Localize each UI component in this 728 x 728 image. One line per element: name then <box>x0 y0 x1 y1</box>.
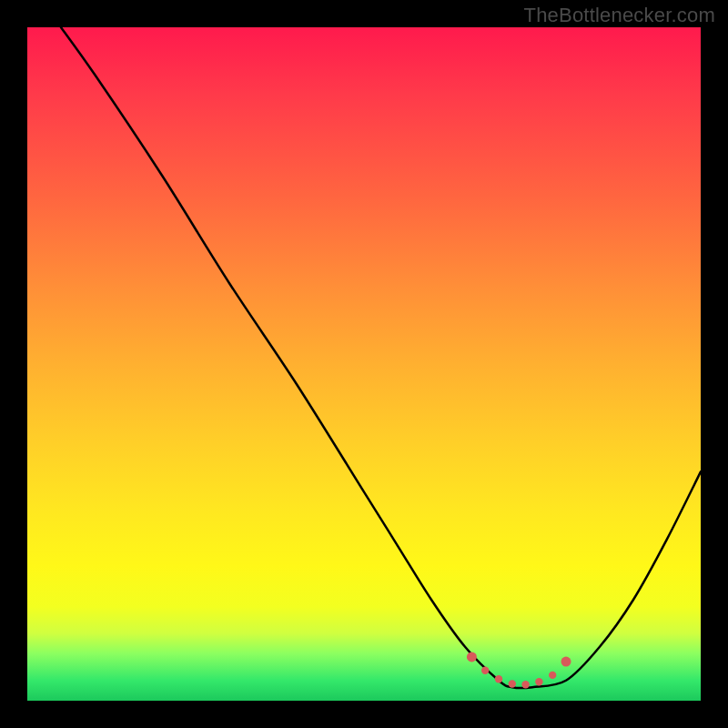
sweet-spot-markers <box>467 652 571 688</box>
chart-frame: TheBottlenecker.com <box>0 0 728 728</box>
attribution-text: TheBottlenecker.com <box>524 4 715 27</box>
sweet-spot-dot <box>467 652 477 662</box>
sweet-spot-dot <box>535 678 542 685</box>
sweet-spot-dot <box>495 675 502 682</box>
chart-svg <box>27 27 701 701</box>
sweet-spot-dot <box>509 680 516 687</box>
sweet-spot-dot <box>521 681 529 688</box>
sweet-spot-dot <box>481 667 489 674</box>
sweet-spot-dot <box>549 672 556 679</box>
bottleneck-curve <box>61 27 701 688</box>
chart-plot-area <box>27 27 701 701</box>
sweet-spot-dot <box>561 657 571 667</box>
